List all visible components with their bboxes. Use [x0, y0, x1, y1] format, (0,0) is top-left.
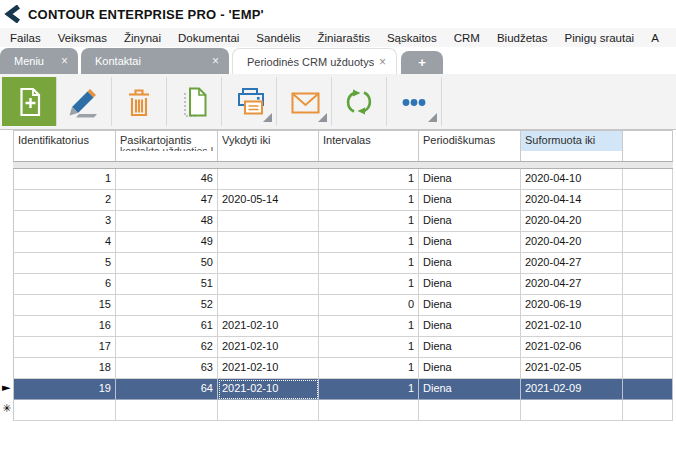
grid-cell[interactable]: 2: [14, 190, 116, 211]
table-row[interactable]: 1461Diena2020-04-10: [13, 169, 673, 190]
edit-button[interactable]: [57, 77, 112, 126]
grid-cell[interactable]: [218, 169, 319, 190]
grid-cell[interactable]: [521, 400, 623, 421]
grid-cell[interactable]: 1: [319, 337, 419, 358]
grid-cell[interactable]: 2021-02-05: [521, 358, 623, 379]
table-row[interactable]: 2472020-05-141Diena2020-04-14: [13, 190, 673, 211]
column-header-suformuota-iki[interactable]: Suformuota iki: [521, 131, 623, 161]
grid-cell[interactable]: 2020-04-14: [521, 190, 623, 211]
menu-item-inynai[interactable]: Žinynai: [124, 32, 161, 44]
grid-cell[interactable]: 2021-02-06: [521, 337, 623, 358]
grid-cell[interactable]: 46: [116, 169, 218, 190]
refresh-button[interactable]: [332, 77, 387, 126]
grid-cell[interactable]: Diena: [419, 274, 521, 295]
grid-cell[interactable]: 2020-04-27: [521, 274, 623, 295]
grid-cell[interactable]: Diena: [419, 211, 521, 232]
grid-cell[interactable]: 1: [319, 316, 419, 337]
grid-cell[interactable]: 61: [116, 316, 218, 337]
grid-cell[interactable]: Diena: [419, 379, 521, 400]
grid-cell[interactable]: Diena: [419, 316, 521, 337]
menu-item-sand-lis[interactable]: Sandėlis: [256, 32, 300, 44]
grid-cell[interactable]: 3: [14, 211, 116, 232]
grid-cell[interactable]: 62: [116, 337, 218, 358]
grid-cell[interactable]: 2021-02-10: [218, 316, 319, 337]
grid-cell[interactable]: [623, 316, 673, 337]
grid-cell[interactable]: 15: [14, 295, 116, 316]
grid-cell[interactable]: 50: [116, 253, 218, 274]
grid-cell[interactable]: 63: [116, 358, 218, 379]
grid-cell[interactable]: 4: [14, 232, 116, 253]
grid-cell[interactable]: 64: [116, 379, 218, 400]
grid-cell[interactable]: 16: [14, 316, 116, 337]
grid-cell[interactable]: 0: [319, 295, 419, 316]
grid-cell[interactable]: [623, 232, 673, 253]
grid-cell[interactable]: [419, 400, 521, 421]
grid-cell[interactable]: [623, 274, 673, 295]
grid-cell[interactable]: 1: [319, 274, 419, 295]
grid-cell[interactable]: Diena: [419, 169, 521, 190]
grid-cell[interactable]: [623, 379, 673, 400]
tab-close-icon[interactable]: ×: [212, 55, 219, 67]
grid-cell[interactable]: 1: [319, 169, 419, 190]
tab-kontaktai[interactable]: Kontaktai×: [81, 48, 229, 74]
table-row[interactable]: 3481Diena2020-04-20: [13, 211, 673, 232]
table-row[interactable]: 19642021-02-101Diena2021-02-09: [13, 379, 673, 400]
grid-cell[interactable]: 2020-04-27: [521, 253, 623, 274]
grid-cell[interactable]: 2020-05-14: [218, 190, 319, 211]
grid-cell[interactable]: 1: [319, 190, 419, 211]
grid-cell[interactable]: [14, 400, 116, 421]
grid-cell[interactable]: 1: [319, 232, 419, 253]
copy-button[interactable]: [167, 77, 222, 126]
new-record-button[interactable]: [2, 77, 57, 126]
print-button[interactable]: [222, 77, 277, 126]
table-row[interactable]: 6511Diena2020-04-27: [13, 274, 673, 295]
menu-item-veiksmas[interactable]: Veiksmas: [58, 32, 107, 44]
grid-cell[interactable]: Diena: [419, 232, 521, 253]
grid-cell[interactable]: [623, 337, 673, 358]
grid-cell[interactable]: 2020-04-10: [521, 169, 623, 190]
grid-cell[interactable]: [218, 253, 319, 274]
grid-cell[interactable]: Diena: [419, 295, 521, 316]
grid-cell[interactable]: Diena: [419, 337, 521, 358]
menu-item-a[interactable]: A: [651, 32, 659, 44]
grid-cell[interactable]: 51: [116, 274, 218, 295]
grid-cell[interactable]: 6: [14, 274, 116, 295]
email-button[interactable]: [277, 77, 332, 126]
grid-cell[interactable]: [218, 400, 319, 421]
grid-cell[interactable]: 52: [116, 295, 218, 316]
grid-cell[interactable]: 1: [319, 253, 419, 274]
grid-cell[interactable]: [218, 232, 319, 253]
grid-cell[interactable]: 1: [14, 169, 116, 190]
menu-item-dokumentai[interactable]: Dokumentai: [178, 32, 239, 44]
column-header-vykdyti-iki[interactable]: Vykdyti iki: [218, 131, 319, 161]
grid-cell[interactable]: 2021-02-10: [218, 379, 319, 400]
grid-cell[interactable]: [623, 358, 673, 379]
column-header-periodi-kumas[interactable]: Periodiškumas: [419, 131, 521, 161]
grid-cell[interactable]: [623, 295, 673, 316]
grid-cell[interactable]: [218, 274, 319, 295]
grid-cell[interactable]: [218, 295, 319, 316]
menu-item-s-skaitos[interactable]: Sąskaitos: [387, 32, 437, 44]
grid-cell[interactable]: 2021-02-10: [218, 358, 319, 379]
new-row[interactable]: [13, 400, 673, 421]
tab-periodin-s-crm-u-duotys[interactable]: Periodinės CRM užduotys×: [232, 48, 397, 74]
table-row[interactable]: 16612021-02-101Diena2021-02-10: [13, 316, 673, 337]
grid-cell[interactable]: [218, 211, 319, 232]
menu-item-failas[interactable]: Failas: [10, 32, 41, 44]
table-row[interactable]: 4491Diena2020-04-20: [13, 232, 673, 253]
grid-cell[interactable]: 1: [319, 379, 419, 400]
table-row[interactable]: 17622021-02-101Diena2021-02-06: [13, 337, 673, 358]
grid-cell[interactable]: 2020-04-20: [521, 232, 623, 253]
tab-close-icon[interactable]: ×: [379, 56, 386, 68]
grid-cell[interactable]: [623, 169, 673, 190]
grid-cell[interactable]: Diena: [419, 190, 521, 211]
grid-cell[interactable]: 1: [319, 211, 419, 232]
grid-cell[interactable]: 2021-02-09: [521, 379, 623, 400]
grid-cell[interactable]: 49: [116, 232, 218, 253]
grid-cell[interactable]: [623, 400, 673, 421]
grid-cell[interactable]: 2020-06-19: [521, 295, 623, 316]
table-row[interactable]: 15520Diena2020-06-19: [13, 295, 673, 316]
grid-cell[interactable]: 2021-02-10: [218, 337, 319, 358]
table-row[interactable]: 18632021-02-101Diena2021-02-05: [13, 358, 673, 379]
grid-cell[interactable]: [319, 400, 419, 421]
